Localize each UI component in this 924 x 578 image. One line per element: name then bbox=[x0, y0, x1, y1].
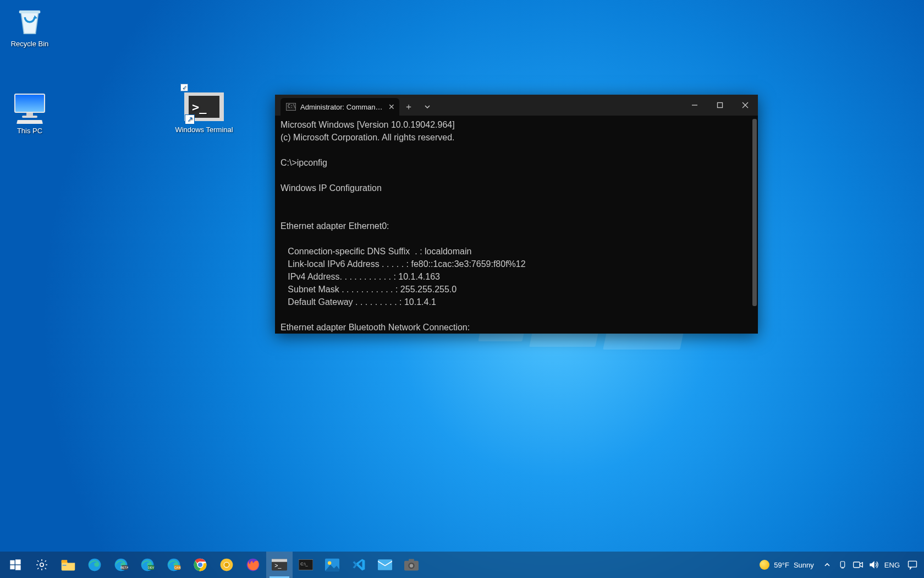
this-pc-icon bbox=[14, 94, 45, 124]
firefox-icon bbox=[245, 557, 261, 572]
cmd-icon: C:\ bbox=[286, 103, 296, 111]
svg-point-36 bbox=[328, 561, 332, 565]
taskbar-cmd[interactable]: C:\_ bbox=[293, 552, 319, 578]
cmd-icon: C:\_ bbox=[298, 557, 314, 572]
svg-point-10 bbox=[40, 563, 43, 566]
camera-icon bbox=[404, 557, 419, 572]
terminal-line: Subnet Mask . . . . . . . . . . . : 255.… bbox=[280, 285, 457, 294]
taskbar-chrome[interactable] bbox=[187, 552, 213, 578]
desktop-icon-windows-terminal[interactable]: ✓ >_ ↗ Windows Terminal bbox=[174, 90, 234, 134]
terminal-line: Microsoft Windows [Version 10.0.19042.96… bbox=[280, 120, 455, 129]
svg-rect-3 bbox=[718, 103, 723, 108]
svg-text:BETA: BETA bbox=[120, 566, 128, 569]
edge-beta-icon: BETA bbox=[113, 557, 129, 572]
taskbar-firefox[interactable] bbox=[240, 552, 266, 578]
svg-rect-39 bbox=[409, 559, 414, 561]
taskbar-edge-beta[interactable]: BETA bbox=[108, 552, 134, 578]
maximize-button[interactable] bbox=[707, 95, 733, 116]
taskbar-edge-canary[interactable]: CAN bbox=[161, 552, 187, 578]
close-button[interactable] bbox=[733, 95, 758, 116]
terminal-titlebar[interactable]: C:\ Administrator: Command Prompt ✕ ＋ bbox=[275, 95, 758, 116]
desktop-icon-label: Windows Terminal bbox=[174, 126, 234, 134]
taskbar-vscode[interactable] bbox=[345, 552, 372, 578]
tray-language[interactable]: ENG bbox=[881, 561, 903, 569]
desktop-icon-label: This PC bbox=[3, 127, 56, 135]
svg-rect-11 bbox=[62, 560, 68, 563]
svg-rect-8 bbox=[10, 565, 14, 570]
terminal-body[interactable]: Microsoft Windows [Version 10.0.19042.96… bbox=[275, 116, 758, 334]
tab-dropdown-button[interactable] bbox=[418, 98, 437, 116]
tray-volume[interactable] bbox=[866, 552, 881, 578]
taskbar-edge[interactable] bbox=[81, 552, 108, 578]
svg-rect-12 bbox=[63, 565, 67, 566]
recycle-bin-icon bbox=[14, 7, 45, 37]
svg-text:DEV: DEV bbox=[148, 566, 155, 569]
svg-rect-1 bbox=[19, 10, 41, 13]
mail-icon bbox=[377, 557, 393, 572]
terminal-tab-title: Administrator: Command Prompt bbox=[300, 103, 383, 111]
svg-rect-42 bbox=[840, 561, 845, 568]
new-tab-button[interactable]: ＋ bbox=[399, 98, 418, 116]
sun-icon bbox=[760, 560, 769, 570]
start-button[interactable] bbox=[2, 552, 29, 578]
svg-rect-43 bbox=[853, 562, 860, 568]
desktop-icon-recycle-bin[interactable]: Recycle Bin bbox=[3, 7, 56, 48]
svg-point-28 bbox=[224, 563, 229, 567]
taskbar-file-explorer[interactable] bbox=[55, 552, 81, 578]
tray-action-center[interactable] bbox=[903, 552, 922, 578]
terminal-line: Link-local IPv6 Address . . . . . : fe80… bbox=[280, 259, 526, 269]
chrome-canary-icon bbox=[219, 557, 234, 572]
taskbar-camera[interactable] bbox=[398, 552, 425, 578]
tray-meet-now[interactable] bbox=[850, 552, 866, 578]
windows-logo-icon bbox=[8, 557, 23, 572]
scrollbar-thumb[interactable] bbox=[752, 119, 757, 306]
taskbar-weather[interactable]: 59°F Sunny bbox=[754, 560, 819, 570]
tray-overflow-button[interactable] bbox=[820, 552, 835, 578]
svg-rect-9 bbox=[15, 565, 21, 570]
terminal-line: Connection-specific DNS Suffix . : local… bbox=[280, 247, 471, 256]
edge-icon bbox=[87, 557, 102, 572]
terminal-line: Windows IP Configuration bbox=[280, 183, 382, 193]
svg-text:>_: >_ bbox=[274, 562, 281, 569]
photos-icon bbox=[324, 557, 340, 572]
windows-terminal-icon: ✓ >_ ↗ bbox=[183, 90, 226, 123]
svg-rect-31 bbox=[272, 559, 287, 562]
taskbar-chrome-canary[interactable] bbox=[213, 552, 240, 578]
svg-rect-44 bbox=[909, 561, 917, 567]
terminal-line: (c) Microsoft Corporation. All rights re… bbox=[280, 133, 455, 142]
taskbar-windows-terminal[interactable]: >_ bbox=[266, 552, 293, 578]
svg-text:CAN: CAN bbox=[174, 566, 181, 569]
folder-icon bbox=[61, 557, 76, 572]
taskbar: BETA DEV CAN >_ C:\_ bbox=[0, 552, 924, 578]
terminal-window[interactable]: C:\ Administrator: Command Prompt ✕ ＋ Mi… bbox=[275, 95, 758, 334]
svg-rect-6 bbox=[10, 560, 14, 565]
system-tray: 59°F Sunny ENG bbox=[754, 552, 922, 578]
desktop-icon-this-pc[interactable]: This PC bbox=[3, 94, 56, 135]
terminal-icon: >_ bbox=[272, 557, 287, 572]
weather-temp: 59°F bbox=[774, 561, 789, 569]
desktop-icon-label: Recycle Bin bbox=[3, 40, 56, 48]
minimize-button[interactable] bbox=[682, 95, 707, 116]
weather-desc: Sunny bbox=[794, 561, 814, 569]
svg-text:C:\_: C:\_ bbox=[300, 561, 308, 566]
svg-rect-37 bbox=[378, 559, 392, 570]
shortcut-arrow-icon: ↗ bbox=[185, 114, 195, 124]
terminal-line: C:\>ipconfig bbox=[280, 158, 327, 167]
terminal-tab[interactable]: C:\ Administrator: Command Prompt ✕ bbox=[280, 98, 399, 116]
taskbar-mail[interactable] bbox=[372, 552, 398, 578]
terminal-line: Ethernet adapter Ethernet0: bbox=[280, 221, 389, 231]
terminal-line: Default Gateway . . . . . . . . . : 10.1… bbox=[280, 297, 436, 307]
terminal-line: IPv4 Address. . . . . . . . . . . : 10.1… bbox=[280, 272, 440, 281]
svg-point-41 bbox=[410, 564, 414, 568]
taskbar-settings[interactable] bbox=[29, 552, 55, 578]
edge-canary-icon: CAN bbox=[166, 557, 182, 572]
edge-dev-icon: DEV bbox=[140, 557, 155, 572]
tab-close-button[interactable]: ✕ bbox=[388, 102, 395, 111]
terminal-line: Ethernet adapter Bluetooth Network Conne… bbox=[280, 323, 470, 332]
tray-onedrive[interactable] bbox=[835, 552, 850, 578]
taskbar-photos[interactable] bbox=[319, 552, 345, 578]
vscode-icon bbox=[351, 557, 366, 572]
chrome-icon bbox=[193, 557, 208, 572]
gear-icon bbox=[34, 557, 50, 572]
taskbar-edge-dev[interactable]: DEV bbox=[134, 552, 161, 578]
